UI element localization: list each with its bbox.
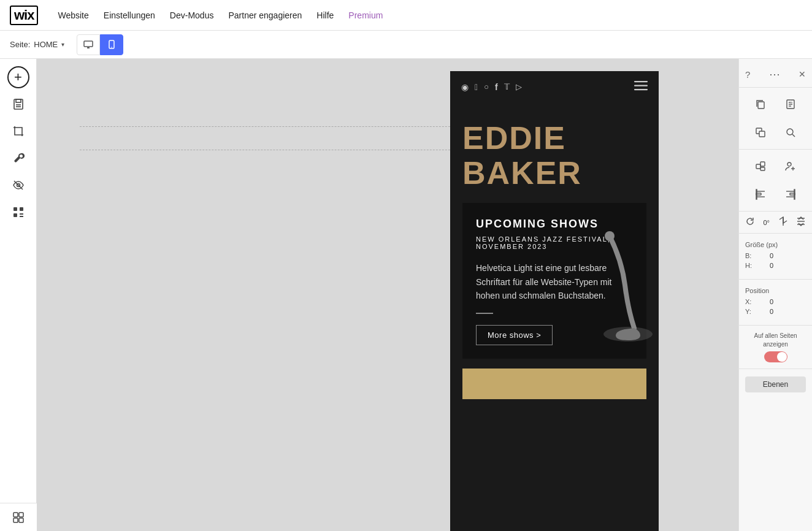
y-field: Y: 0 [745,308,806,315]
person-add-icon[interactable] [781,157,800,175]
duplicate-icon[interactable] [751,123,770,142]
position-label: Position [745,287,806,294]
apple-icon:  [475,82,478,92]
nav-hilfe[interactable]: Hilfe [316,10,334,20]
twitter-icon: 𝕋 [504,82,510,91]
auf-allen-seiten-label: Auf allen Seiten anzeigen [745,332,806,349]
svg-rect-12 [13,213,17,217]
nav-dev-modus[interactable]: Dev-Modus [170,10,214,20]
panel-divider-6 [739,325,812,326]
width-field: B: 0 [745,252,806,259]
left-sidebar: + [0,59,37,531]
svg-rect-31 [760,167,765,170]
svg-rect-26 [759,131,765,137]
artist-name-section: EDDIE BAKER [450,102,659,203]
grid-icon[interactable]: ⋯ [769,67,780,81]
mobile-view-button[interactable] [100,34,123,55]
svg-point-19 [605,231,615,241]
mobile-preview: ◉  ○ f 𝕋 ▷ EDDIE [450,71,659,531]
nav-premium[interactable]: Premium [348,10,383,20]
social-icons-bar: ◉  ○ f 𝕋 ▷ [461,82,522,92]
svg-rect-30 [760,162,765,166]
panel-header: ? ⋯ ✕ [739,64,812,85]
right-panel: ? ⋯ ✕ [738,59,812,531]
panel-divider-4 [739,233,812,234]
wix-logo: wix [10,6,38,25]
rotate-icon[interactable] [745,216,755,228]
toggle-knob [777,352,787,362]
hamburger-menu-icon[interactable] [634,80,648,94]
add-element-button[interactable]: + [7,66,29,88]
toggle-section: Auf allen Seiten anzeigen [739,328,812,366]
search-zoom-icon[interactable] [781,123,800,142]
page-name: HOME [34,40,58,49]
nav-partner[interactable]: Partner engagieren [228,10,302,20]
ebenen-button[interactable]: Ebenen [745,376,806,392]
auf-allen-seiten-toggle[interactable] [764,351,787,362]
y-value[interactable]: 0 [756,308,773,315]
desktop-icon [83,40,93,49]
panel-group-row [739,152,812,180]
chevron-down-icon: ▾ [61,41,64,48]
height-value[interactable]: 0 [756,262,773,269]
more-shows-button[interactable]: More shows > [476,325,553,345]
svg-rect-11 [20,207,23,211]
close-icon[interactable]: ✕ [799,69,806,79]
widgets-icon[interactable] [7,201,29,223]
page-selector[interactable]: Seite: HOME ▾ [10,40,64,49]
flip-icon[interactable] [778,216,788,228]
svg-rect-14 [20,216,23,217]
size-label: Größe (px) [745,241,806,248]
top-nav: wix Website Einstellungen Dev-Modus Part… [0,0,812,31]
panel-align-row [739,180,812,208]
panel-divider-2 [739,149,812,150]
secondary-bar: Seite: HOME ▾ [0,31,812,59]
spotify-icon: ○ [484,82,489,91]
desktop-view-button[interactable] [77,34,100,55]
width-value[interactable]: 0 [756,252,773,259]
svg-rect-49 [13,518,18,522]
eye-off-icon[interactable] [7,174,29,196]
svg-rect-5 [16,99,21,102]
height-field: H: 0 [745,262,806,269]
layers-button[interactable] [0,503,37,531]
align-left-icon[interactable] [751,185,770,204]
help-icon[interactable]: ? [745,69,750,80]
copy-icon[interactable] [751,95,770,113]
svg-rect-38 [756,189,757,199]
panel-divider-1 [739,87,812,88]
y-key: Y: [745,308,753,315]
panel-divider-3 [739,211,812,212]
mobile-topbar: ◉  ○ f 𝕋 ▷ [450,71,659,102]
x-value[interactable]: 0 [756,298,773,305]
width-key: B: [745,252,753,259]
show-card: UPCOMING SHOWS NEW ORLEANS JAZZ FESTIVAL… [462,203,646,358]
vimeo-icon: ▷ [516,82,522,91]
crop-icon[interactable] [7,120,29,142]
panel-copy-row [739,90,812,118]
save-icon[interactable] [7,93,29,115]
x-key: X: [745,298,753,305]
svg-rect-10 [13,207,17,211]
page-label: Seite: [10,40,30,49]
svg-point-27 [787,129,793,135]
amazon-icon: ◉ [461,82,469,92]
svg-rect-4 [14,99,23,109]
rotate-value: 0° [763,219,770,226]
svg-rect-42 [794,189,795,199]
svg-rect-0 [84,41,93,47]
nav-website[interactable]: Website [58,10,88,20]
gold-banner [462,369,646,399]
svg-rect-20 [758,102,764,109]
align-right-icon[interactable] [781,185,800,204]
group-icon[interactable] [751,157,770,175]
panel-divider-7 [739,369,812,369]
nav-einstellungen[interactable]: Einstellungen [104,10,155,20]
wrench-icon[interactable] [7,147,29,169]
distribute-icon[interactable] [796,216,806,228]
view-toggle [77,34,123,55]
svg-line-28 [792,134,795,137]
doc-icon[interactable] [781,95,800,113]
svg-rect-15 [634,81,648,82]
svg-rect-17 [634,89,648,90]
